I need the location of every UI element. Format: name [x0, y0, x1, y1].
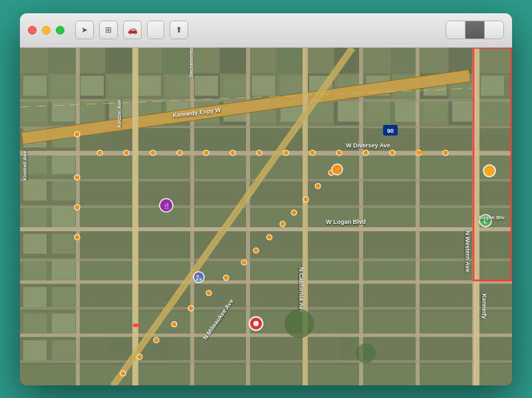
svg-rect-113	[20, 151, 512, 155]
car-icon: 🚗	[128, 25, 138, 35]
svg-point-200	[285, 309, 314, 338]
svg-rect-175	[416, 151, 423, 154]
svg-rect-91	[281, 76, 304, 96]
svg-rect-11	[306, 48, 334, 73]
svg-text:Kedzie Ave: Kedzie Ave	[116, 99, 122, 128]
svg-rect-128	[20, 205, 512, 208]
map-container[interactable]: L 🍴 🍴 🏪 90 Kennedy Expy W	[20, 48, 512, 385]
svg-text:N Western Ave: N Western Ave	[464, 231, 471, 272]
standard-map-button[interactable]	[446, 21, 466, 39]
maximize-button[interactable]	[56, 26, 65, 35]
directions-button[interactable]	[147, 21, 164, 39]
satellite-map-button[interactable]	[485, 21, 503, 39]
svg-point-145	[188, 306, 194, 311]
minimize-button[interactable]	[42, 26, 51, 35]
svg-rect-63	[23, 102, 47, 122]
svg-text:Logan Blv: Logan Blv	[479, 215, 505, 221]
svg-point-164	[310, 150, 315, 155]
svg-point-143	[154, 338, 159, 343]
svg-rect-115	[20, 280, 512, 284]
svg-rect-69	[23, 260, 47, 280]
svg-point-154	[315, 183, 321, 189]
svg-rect-9	[249, 48, 277, 73]
svg-point-171	[74, 175, 80, 180]
svg-rect-116	[20, 334, 512, 337]
svg-rect-90	[252, 76, 275, 96]
chart-icon: ⊞	[105, 25, 112, 35]
titlebar: ➤ ⊞ 🚗 ⬆	[20, 13, 512, 48]
svg-text:🏪: 🏪	[196, 274, 202, 281]
svg-rect-71	[23, 314, 47, 334]
svg-point-162	[257, 150, 262, 155]
svg-rect-7	[192, 48, 219, 73]
svg-rect-5	[134, 48, 162, 73]
svg-rect-137	[132, 48, 138, 385]
svg-point-147	[223, 275, 229, 280]
hybrid-map-button[interactable]	[466, 21, 485, 39]
svg-rect-85	[109, 76, 132, 96]
svg-rect-67	[23, 207, 47, 227]
svg-rect-81	[52, 287, 75, 307]
map-background: L 🍴 🍴 🏪 90 Kennedy Expy W	[20, 48, 512, 385]
svg-rect-127	[20, 179, 512, 181]
svg-rect-66	[23, 181, 47, 201]
svg-point-156	[97, 150, 102, 155]
svg-rect-56	[20, 232, 512, 258]
svg-rect-98	[481, 76, 504, 96]
svg-point-169	[443, 150, 448, 155]
svg-point-186	[253, 321, 259, 326]
svg-point-151	[280, 221, 285, 227]
svg-rect-119	[190, 48, 194, 385]
svg-rect-3	[77, 48, 105, 73]
location-arrow-button[interactable]: ➤	[75, 21, 94, 39]
svg-rect-80	[52, 260, 75, 280]
location-arrow-icon: ➤	[81, 25, 88, 35]
svg-point-160	[203, 150, 209, 155]
svg-rect-79	[52, 234, 75, 254]
svg-rect-120	[246, 48, 250, 385]
svg-point-163	[283, 150, 289, 155]
svg-point-157	[124, 150, 129, 155]
svg-point-152	[291, 210, 297, 215]
svg-point-148	[241, 260, 247, 265]
svg-point-176	[483, 165, 495, 177]
svg-point-172	[74, 205, 80, 210]
share-icon: ⬆	[176, 25, 182, 35]
svg-rect-174	[133, 324, 140, 327]
svg-rect-89	[223, 76, 247, 96]
svg-rect-4	[106, 48, 134, 73]
svg-rect-14	[392, 48, 420, 73]
svg-rect-78	[52, 207, 75, 227]
chart-button[interactable]: ⊞	[99, 21, 118, 39]
svg-rect-82	[52, 314, 75, 334]
svg-rect-110	[395, 102, 418, 122]
svg-point-161	[230, 150, 235, 155]
svg-text:Sacramento Ave: Sacramento Ave	[188, 48, 194, 78]
svg-rect-77	[52, 181, 75, 201]
toolbar-right	[446, 21, 504, 39]
svg-rect-84	[80, 76, 104, 96]
svg-rect-10	[277, 48, 305, 73]
app-window: ➤ ⊞ 🚗 ⬆	[20, 13, 512, 385]
svg-rect-122	[359, 48, 363, 385]
svg-text:90: 90	[387, 128, 394, 134]
svg-rect-15	[420, 48, 448, 73]
svg-rect-112	[452, 102, 475, 122]
svg-rect-129	[20, 258, 512, 261]
share-button[interactable]: ⬆	[170, 21, 188, 39]
svg-rect-51	[477, 100, 512, 125]
close-button[interactable]	[28, 26, 37, 35]
svg-point-201	[356, 344, 376, 363]
svg-rect-117	[76, 48, 80, 385]
svg-rect-88	[195, 76, 218, 96]
svg-rect-109	[366, 102, 390, 122]
svg-rect-2	[49, 48, 76, 73]
traffic-lights	[28, 26, 65, 35]
svg-rect-76	[52, 154, 75, 174]
svg-point-166	[363, 150, 368, 155]
svg-rect-61	[20, 365, 512, 385]
car-button[interactable]: 🚗	[123, 21, 142, 39]
map-svg: L 🍴 🍴 🏪 90 Kennedy Expy W	[20, 48, 512, 385]
svg-text:Kennedy: Kennedy	[481, 294, 487, 319]
svg-text:N California Ave: N California Ave	[298, 267, 305, 313]
